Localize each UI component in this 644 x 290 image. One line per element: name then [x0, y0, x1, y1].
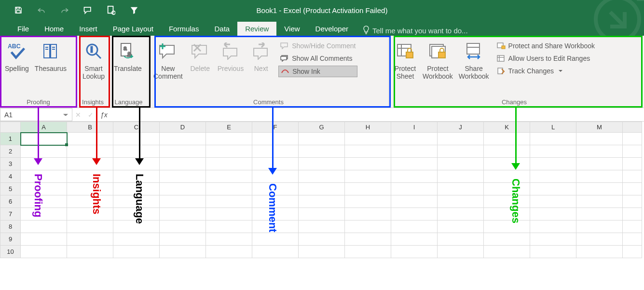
redo-icon[interactable] [60, 5, 69, 15]
cell[interactable] [67, 233, 113, 246]
fx-icon[interactable]: ƒx [100, 111, 108, 119]
cell[interactable] [484, 195, 530, 208]
cell[interactable] [391, 208, 438, 221]
cell[interactable] [206, 246, 252, 258]
cell[interactable] [252, 170, 299, 183]
cell[interactable] [252, 183, 299, 195]
cell[interactable] [623, 195, 642, 208]
column-headers[interactable]: A B C D E F G H I J K L M [0, 122, 642, 133]
col-header[interactable]: H [345, 122, 391, 133]
cell[interactable] [623, 233, 642, 246]
cell[interactable] [21, 195, 67, 208]
cell[interactable] [67, 133, 113, 145]
filter-icon[interactable] [129, 5, 139, 15]
cell[interactable] [484, 233, 530, 246]
cell[interactable] [160, 246, 206, 258]
cell[interactable] [484, 208, 530, 221]
cell[interactable] [67, 246, 113, 258]
cell[interactable] [530, 221, 576, 233]
save-icon[interactable] [14, 5, 23, 15]
cell[interactable] [299, 133, 345, 145]
cell[interactable] [160, 145, 206, 158]
cell[interactable] [21, 158, 67, 170]
name-box[interactable]: A1 [0, 108, 72, 121]
cell[interactable] [206, 208, 252, 221]
cell[interactable] [113, 233, 160, 246]
cell[interactable] [438, 158, 484, 170]
worksheet-grid[interactable]: A B C D E F G H I J K L M 12345678910 [0, 122, 644, 290]
tab-developer[interactable]: Developer [308, 22, 356, 36]
cell[interactable] [113, 183, 160, 195]
cell[interactable] [113, 221, 160, 233]
cell[interactable] [576, 246, 623, 258]
cell[interactable] [530, 133, 576, 145]
cell[interactable] [623, 183, 642, 195]
cell[interactable] [67, 183, 113, 195]
cell[interactable] [484, 183, 530, 195]
row-header[interactable]: 6 [0, 195, 21, 208]
cell[interactable] [252, 158, 299, 170]
new-comment-icon[interactable] [83, 5, 93, 15]
cell[interactable] [576, 170, 623, 183]
cell[interactable] [391, 183, 438, 195]
spelling-button[interactable]: ABC Spelling [2, 39, 32, 73]
cell[interactable] [67, 170, 113, 183]
cell[interactable] [438, 246, 484, 258]
col-header[interactable]: K [484, 122, 530, 133]
cell[interactable] [113, 170, 160, 183]
cell[interactable] [113, 246, 160, 258]
cell[interactable] [21, 208, 67, 221]
cell[interactable] [113, 133, 160, 145]
cell[interactable] [160, 195, 206, 208]
cell[interactable] [391, 233, 438, 246]
cell[interactable] [391, 158, 438, 170]
cell[interactable] [391, 133, 438, 145]
cell[interactable] [391, 221, 438, 233]
cell[interactable] [113, 145, 160, 158]
allow-edit-button[interactable]: Allow Users to Edit Ranges [495, 53, 597, 64]
show-all-comments-button[interactable]: Show All Comments [278, 53, 357, 64]
protect-sheet-button[interactable]: Protect Sheet [391, 39, 420, 81]
cell[interactable] [206, 170, 252, 183]
cell[interactable] [299, 183, 345, 195]
tab-view[interactable]: View [276, 22, 307, 36]
tab-review[interactable]: Review [237, 22, 276, 36]
cell[interactable] [576, 145, 623, 158]
new-comment-button[interactable]: New Comment [151, 39, 186, 81]
cell[interactable] [21, 133, 67, 145]
cell[interactable] [160, 158, 206, 170]
tab-formulas[interactable]: Formulas [161, 22, 207, 36]
cell[interactable] [345, 170, 391, 183]
cell[interactable] [345, 195, 391, 208]
cell[interactable] [391, 145, 438, 158]
cell[interactable] [299, 170, 345, 183]
tab-home[interactable]: Home [37, 22, 71, 36]
tell-me-input[interactable] [372, 27, 498, 35]
protect-workbook-button[interactable]: Protect Workbook [420, 39, 456, 81]
cell[interactable] [484, 133, 530, 145]
col-header[interactable]: L [530, 122, 576, 133]
cell[interactable] [484, 246, 530, 258]
col-header[interactable]: G [299, 122, 345, 133]
col-header[interactable]: F [252, 122, 299, 133]
col-header[interactable]: D [160, 122, 206, 133]
cell[interactable] [530, 145, 576, 158]
cell[interactable] [67, 221, 113, 233]
col-header[interactable]: M [576, 122, 623, 133]
cell[interactable] [576, 195, 623, 208]
cell[interactable] [113, 208, 160, 221]
cell[interactable] [345, 246, 391, 258]
cell[interactable] [299, 145, 345, 158]
cell[interactable] [530, 183, 576, 195]
cell[interactable] [623, 246, 642, 258]
col-header[interactable]: C [113, 122, 160, 133]
cell[interactable] [623, 145, 642, 158]
cell[interactable] [252, 145, 299, 158]
col-header[interactable]: I [391, 122, 438, 133]
cell[interactable] [206, 183, 252, 195]
undo-icon[interactable] [37, 5, 46, 15]
cell[interactable] [67, 208, 113, 221]
cell[interactable] [299, 195, 345, 208]
cell[interactable] [21, 233, 67, 246]
cell[interactable] [21, 170, 67, 183]
